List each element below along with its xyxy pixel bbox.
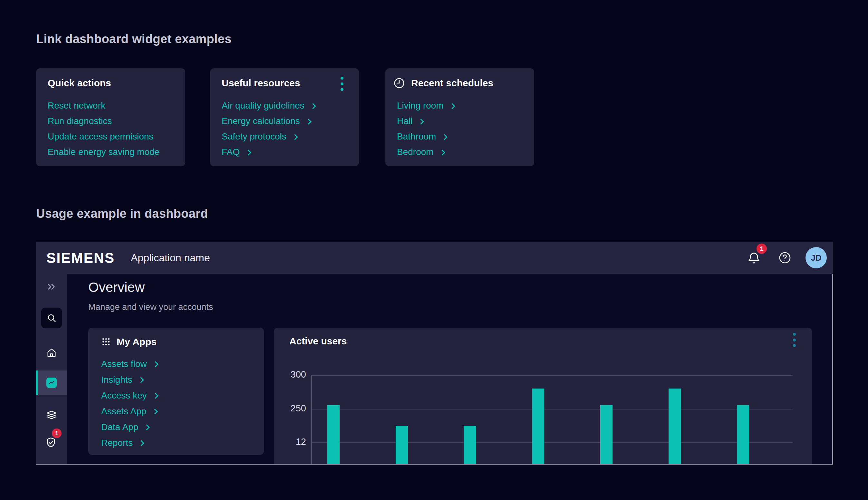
siemens-logo: SIEMENS (46, 250, 115, 266)
my-apps-card: My Apps Assets flowInsightsAccess keyAss… (88, 328, 264, 455)
application-name: Application name (131, 252, 210, 264)
link-label: Hall (397, 116, 412, 126)
link-label: Access key (101, 390, 147, 401)
link-item[interactable]: FAQ (222, 144, 315, 160)
link-label: Assets App (101, 406, 146, 417)
link-item[interactable]: Living room (397, 98, 454, 113)
usage-heading: Usage example in dashboard (36, 207, 208, 221)
dashboard-example-frame: SIEMENS Application name 1 JD (36, 242, 833, 465)
page-subtitle: Manage and view your accounts (88, 302, 213, 312)
link-item[interactable]: Air quality guidelines (222, 98, 315, 113)
link-item[interactable]: Hall (397, 113, 454, 129)
chevron-right-icon (418, 118, 424, 124)
card-title: Useful resources (222, 78, 300, 89)
chevron-right-icon (152, 361, 158, 367)
chart-bar (396, 426, 408, 465)
link-label: Reports (101, 438, 133, 448)
link-label: FAQ (222, 147, 240, 157)
link-item[interactable]: Bedroom (397, 144, 454, 160)
layers-icon[interactable] (46, 410, 57, 421)
sidebar: 1 (36, 274, 67, 465)
chart-bar (737, 405, 749, 465)
search-icon[interactable] (41, 308, 62, 328)
link-item[interactable]: Energy calculations (222, 113, 315, 129)
link-item[interactable]: Safety protocols (222, 129, 315, 144)
link-list: Assets flowInsightsAccess keyAssets AppD… (101, 356, 158, 451)
chevron-right-icon (439, 149, 445, 155)
link-label: Update access permisions (48, 132, 153, 142)
app-header: SIEMENS Application name 1 JD (36, 242, 833, 274)
card-title: My Apps (117, 336, 157, 347)
link-item[interactable]: Bathroom (397, 129, 454, 144)
card-title: Recent schedules (411, 78, 493, 89)
card-header: Quick actions (48, 76, 111, 90)
link-label: Air quality guidelines (222, 101, 305, 111)
link-label: Living room (397, 101, 444, 111)
home-icon[interactable] (46, 347, 57, 358)
app-grid-icon (101, 337, 111, 346)
link-label: Safety protocols (222, 132, 286, 142)
double-chevron-right-icon[interactable] (46, 281, 57, 293)
link-item[interactable]: Data App (101, 419, 158, 435)
chevron-right-icon (449, 103, 455, 109)
avatar[interactable]: JD (806, 247, 827, 268)
link-label: Run diagnostics (48, 116, 112, 126)
trend-chart-icon (46, 378, 57, 388)
chevron-right-icon (442, 134, 447, 140)
link-item[interactable]: Assets App (101, 404, 158, 419)
shield-badge: 1 (52, 429, 61, 438)
chevron-right-icon (152, 409, 158, 414)
card-header: Recent schedules (393, 76, 493, 90)
card-header: My Apps (101, 335, 157, 349)
card-title: Active users (289, 336, 347, 346)
sidebar-item-analytics[interactable] (36, 371, 67, 395)
quick-actions-card: Quick actions Reset networkRun diagnosti… (36, 68, 185, 166)
chevron-right-icon (245, 149, 251, 155)
kebab-menu-icon[interactable] (337, 76, 347, 91)
chart-bar (669, 388, 681, 465)
chart-bar (327, 405, 340, 465)
card-header: Active users (289, 334, 347, 348)
link-item[interactable]: Run diagnostics (48, 113, 159, 129)
examples-heading: Link dashboard widget examples (36, 32, 232, 46)
link-label: Enable energy saving mode (48, 147, 159, 157)
active-users-card: Active users 30025012 (274, 328, 812, 465)
link-item[interactable]: Reports (101, 435, 158, 451)
chevron-right-icon (310, 103, 316, 109)
recent-schedules-card: Recent schedules Living roomHallBathroom… (385, 68, 534, 166)
chevron-right-icon (138, 440, 144, 446)
help-icon[interactable] (778, 251, 791, 264)
shield-check-icon[interactable] (45, 436, 57, 449)
chevron-right-icon (138, 377, 144, 383)
card-header: Useful resources (222, 76, 300, 90)
y-axis-tick-label: 250 (279, 403, 306, 414)
link-item[interactable]: Insights (101, 372, 158, 388)
chart-bar (600, 405, 613, 465)
chevron-right-icon (292, 134, 298, 140)
chart-gridline (311, 442, 792, 443)
link-list: Air quality guidelinesEnergy calculation… (222, 98, 315, 160)
link-list: Reset networkRun diagnosticsUpdate acces… (48, 98, 159, 160)
chevron-right-icon (144, 424, 150, 430)
link-item[interactable]: Reset network (48, 98, 159, 113)
link-list: Living roomHallBathroomBedroom (397, 98, 454, 160)
chart-bar (532, 388, 544, 465)
page: Link dashboard widget examples Quick act… (0, 0, 868, 500)
card-title: Quick actions (48, 78, 111, 89)
page-title: Overview (88, 280, 145, 295)
link-label: Insights (101, 375, 133, 385)
chevron-right-icon (306, 118, 311, 124)
link-label: Energy calculations (222, 116, 300, 126)
y-axis-tick-label: 12 (279, 436, 306, 447)
link-item[interactable]: Assets flow (101, 356, 158, 372)
link-item[interactable]: Enable energy saving mode (48, 144, 159, 160)
link-item[interactable]: Access key (101, 388, 158, 404)
chart-bar (464, 426, 476, 465)
useful-resources-card: Useful resources Air quality guidelinesE… (210, 68, 359, 166)
scrollbar[interactable] (832, 274, 833, 464)
link-item[interactable]: Update access permisions (48, 129, 159, 144)
link-label: Bedroom (397, 147, 434, 157)
clock-icon (393, 77, 405, 89)
notification-badge: 1 (756, 243, 767, 254)
kebab-menu-icon[interactable] (789, 332, 799, 348)
